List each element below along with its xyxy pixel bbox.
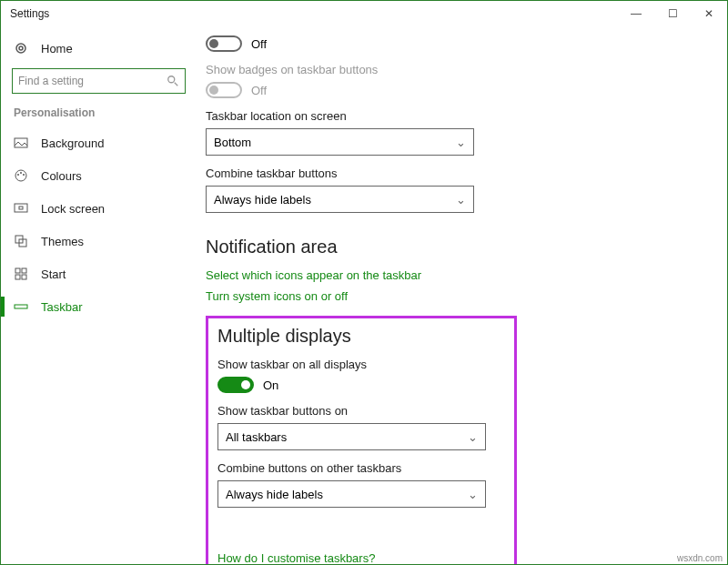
sidebar-item-label: Colours — [41, 169, 82, 183]
sidebar-item-colours[interactable]: Colours — [1, 159, 197, 192]
location-label: Taskbar location on screen — [206, 109, 709, 123]
search-input[interactable] — [12, 68, 186, 94]
svg-point-5 — [15, 170, 26, 181]
sidebar-item-label: Themes — [41, 235, 84, 248]
link-select-icons[interactable]: Select which icons appear on the taskbar — [206, 268, 709, 282]
toggle-show-all[interactable] — [217, 377, 254, 393]
sidebar-item-background[interactable]: Background — [1, 126, 197, 159]
multi-combine-label: Combine buttons on other taskbars — [217, 461, 505, 475]
sidebar-item-themes[interactable]: Themes — [1, 225, 197, 257]
sidebar: Home Personalisation Background Colours … — [1, 26, 197, 564]
close-button[interactable]: ✕ — [691, 7, 727, 20]
home-label: Home — [41, 42, 73, 55]
svg-rect-15 — [15, 275, 20, 279]
toggle-row-badges: Off — [206, 82, 709, 98]
toggle-badges-state: Off — [251, 84, 267, 97]
multi-buttons-label: Show taskbar buttons on — [217, 404, 505, 418]
sidebar-item-taskbar[interactable]: Taskbar — [1, 290, 197, 323]
location-value: Bottom — [214, 136, 251, 149]
watermark: wsxdn.com — [677, 553, 723, 563]
svg-point-2 — [168, 76, 175, 83]
badges-label: Show badges on taskbar buttons — [206, 63, 709, 76]
svg-rect-10 — [19, 207, 23, 209]
svg-rect-13 — [15, 268, 20, 273]
chevron-down-icon: ⌄ — [468, 430, 478, 444]
combine-dropdown[interactable]: Always hide labels ⌄ — [206, 186, 474, 213]
start-icon — [14, 267, 28, 281]
toggle-row-1: Off — [206, 35, 709, 52]
maximize-button[interactable]: ☐ — [654, 7, 691, 20]
home-button[interactable]: Home — [1, 34, 197, 63]
chevron-down-icon: ⌄ — [456, 136, 466, 149]
multi-buttons-value: All taskbars — [226, 430, 287, 444]
chevron-down-icon: ⌄ — [456, 193, 466, 207]
search-field[interactable] — [18, 75, 167, 87]
lockscreen-icon — [14, 201, 28, 216]
main-panel: Off Show badges on taskbar buttons Off T… — [197, 26, 727, 564]
sidebar-item-label: Background — [41, 136, 104, 150]
svg-point-1 — [19, 46, 23, 50]
multiple-displays-box: Multiple displays Show taskbar on all di… — [206, 316, 517, 564]
toggle-row-multi: On — [217, 377, 505, 393]
combine-label: Combine taskbar buttons — [206, 166, 709, 180]
multi-heading: Multiple displays — [217, 326, 505, 347]
svg-point-7 — [20, 172, 22, 174]
combine-value: Always hide labels — [214, 193, 311, 207]
toggle-1[interactable] — [206, 35, 242, 52]
toggle-badges — [206, 82, 242, 98]
search-wrap — [1, 63, 197, 103]
themes-icon — [14, 234, 28, 248]
minimize-button[interactable]: — — [618, 7, 654, 20]
sidebar-item-start[interactable]: Start — [1, 257, 197, 290]
link-system-icons[interactable]: Turn system icons on or off — [206, 289, 709, 303]
background-icon — [14, 136, 28, 150]
group-label: Personalisation — [1, 103, 197, 126]
window-title: Settings — [10, 7, 49, 20]
search-icon — [167, 75, 179, 87]
svg-point-6 — [17, 174, 19, 176]
svg-rect-16 — [22, 275, 26, 279]
multi-combine-dropdown[interactable]: Always hide labels ⌄ — [217, 480, 486, 508]
toggle-1-state: Off — [251, 37, 267, 51]
titlebar: Settings — ☐ ✕ — [1, 1, 727, 26]
sidebar-item-label: Start — [41, 267, 66, 281]
multi-show-label: Show taskbar on all displays — [217, 358, 505, 371]
multi-buttons-dropdown[interactable]: All taskbars ⌄ — [217, 423, 486, 450]
gear-icon — [14, 41, 28, 55]
link-help-taskbars[interactable]: How do I customise taskbars? — [217, 551, 505, 564]
multi-combine-value: Always hide labels — [226, 488, 323, 501]
sidebar-item-label: Taskbar — [41, 300, 83, 314]
location-dropdown[interactable]: Bottom ⌄ — [206, 128, 474, 156]
content: Home Personalisation Background Colours … — [1, 26, 727, 564]
chevron-down-icon: ⌄ — [468, 488, 478, 501]
sidebar-item-lockscreen[interactable]: Lock screen — [1, 192, 197, 225]
sidebar-item-label: Lock screen — [41, 202, 105, 216]
svg-rect-14 — [22, 268, 26, 273]
svg-rect-17 — [15, 305, 27, 308]
svg-point-8 — [23, 174, 25, 176]
notification-heading: Notification area — [206, 237, 709, 257]
svg-rect-9 — [15, 204, 27, 212]
toggle-show-all-state: On — [263, 378, 278, 392]
colours-icon — [14, 168, 28, 183]
svg-point-0 — [16, 44, 25, 53]
svg-line-3 — [175, 83, 178, 86]
taskbar-icon — [14, 299, 28, 314]
svg-rect-4 — [15, 138, 27, 147]
